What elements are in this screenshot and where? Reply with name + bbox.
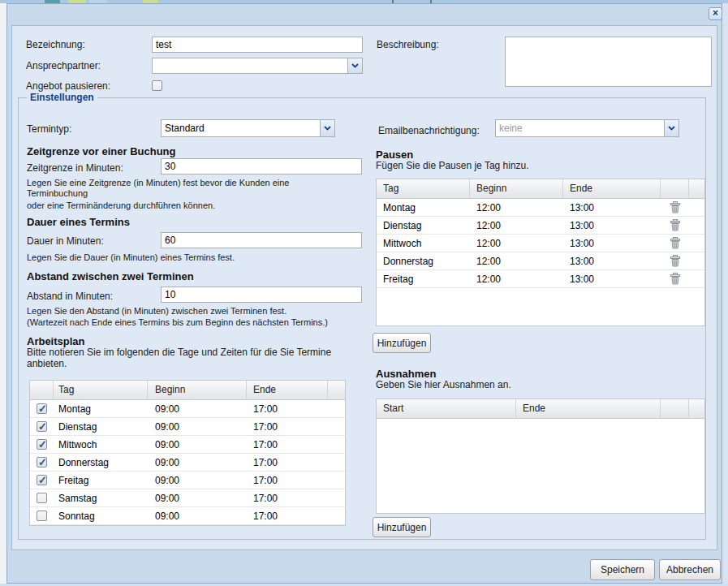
day-checkbox[interactable] [37,439,47,450]
begin-cell[interactable]: 09:00 [148,457,247,468]
angebot-pausieren-label: Angebot pausieren: [26,80,110,93]
begin-cell[interactable]: 09:00 [148,511,247,522]
close-icon[interactable]: × [709,7,722,20]
end-cell[interactable]: 17:00 [247,403,328,415]
table-row: Mittwoch 12:00 13:00 [377,235,704,252]
delete-pause-icon[interactable] [670,201,681,213]
end-cell[interactable]: 17:00 [247,475,328,486]
zeitgrenze-help-1: Legen Sie eine Zeitgrenze (in Minuten) f… [27,178,347,199]
emailbenachrichtigung-value: keine [496,120,664,136]
termintyp-select[interactable]: Standard [161,119,335,137]
dauer-heading: Dauer eines Termins [27,216,130,228]
day-checkbox[interactable] [37,475,47,485]
pausen-table: Tag Beginn Ende Montag 12:00 13:00 Diens… [376,179,705,326]
delete-pause-icon[interactable] [670,273,681,285]
ansprechpartner-label: Ansprechpartner: [26,59,101,72]
day-cell: Samstag [54,493,148,504]
end-cell[interactable]: 17:00 [247,421,328,433]
begin-cell[interactable]: 12:00 [470,238,563,249]
end-cell[interactable]: 13:00 [563,238,661,249]
day-checkbox[interactable] [37,511,47,521]
end-cell[interactable]: 13:00 [563,274,661,285]
arbeitsplan-heading: Arbeitsplan [27,335,85,347]
ausnahmen-table-header: Start Ende [377,399,704,419]
day-checkbox[interactable] [37,403,47,414]
column-header-ende[interactable]: Ende [247,381,328,399]
settings-dialog-window: × Bezeichnung: Ansprechpartner: Angebot … [6,3,722,584]
pausen-hinzufuegen-button[interactable]: Hinzufügen [373,333,431,353]
begin-cell[interactable]: 12:00 [470,220,563,231]
end-cell[interactable]: 17:00 [247,457,328,468]
table-row: Sonntag 09:00 17:00 [30,507,345,525]
pausen-table-header: Tag Beginn Ende [377,179,704,199]
begin-cell[interactable]: 12:00 [470,202,563,213]
angebot-pausieren-checkbox[interactable] [152,80,162,91]
end-cell[interactable]: 17:00 [247,511,328,522]
beschreibung-label: Beschreibung: [377,38,439,51]
arbeitsplan-description: Bitte notieren Sie im folgenden die Tage… [27,347,360,369]
zeitgrenze-input[interactable] [161,158,362,175]
day-cell: Mittwoch [54,439,148,450]
begin-cell[interactable]: 09:00 [148,475,247,486]
end-cell[interactable]: 17:00 [247,493,328,504]
speichern-button[interactable]: Speichern [590,559,655,580]
end-cell[interactable]: 13:00 [563,256,661,267]
day-cell: Freitag [377,274,470,285]
column-header-ende[interactable]: Ende [563,179,661,198]
column-header-beginn[interactable]: Beginn [470,179,563,198]
ausnahmen-hinzufuegen-button[interactable]: Hinzufügen [373,517,431,537]
column-header-start[interactable]: Start [377,399,516,418]
column-header-ende[interactable]: Ende [516,399,661,418]
delete-pause-icon[interactable] [670,255,681,267]
dauer-help: Legen Sie die Dauer (in Minuten) eines T… [27,252,408,263]
dauer-input[interactable] [161,232,362,248]
delete-pause-icon[interactable] [670,219,681,231]
column-header-tag[interactable]: Tag [54,381,148,399]
begin-cell[interactable]: 09:00 [148,421,247,433]
end-cell[interactable]: 13:00 [563,220,661,231]
day-cell: Donnerstag [54,457,148,468]
abbrechen-button[interactable]: Abbrechen [659,559,721,580]
arbeitsplan-table: Tag Beginn Ende Montag 09:00 17:00 Diens… [29,380,346,526]
ansprechpartner-select[interactable] [152,58,363,74]
day-checkbox[interactable] [37,457,47,468]
abstand-heading: Abstand zwischen zwei Terminen [27,270,194,282]
chevron-down-icon[interactable] [320,120,334,136]
day-checkbox[interactable] [37,493,47,503]
pausen-description: Fügen Sie die Pausen je Tag hinzu. [376,161,529,171]
chevron-down-icon[interactable] [664,120,678,136]
day-cell: Dienstag [54,421,148,433]
table-row: Dienstag 09:00 17:00 [30,418,345,436]
end-cell[interactable]: 17:00 [247,439,328,450]
begin-cell[interactable]: 12:00 [470,274,563,285]
day-cell: Montag [377,202,470,213]
abstand-label: Abstand in Minuten: [27,290,113,303]
einstellungen-legend: Einstellungen [27,92,97,104]
begin-cell[interactable]: 09:00 [148,493,247,504]
background-page-right-edge [722,3,728,584]
table-row: Montag 12:00 13:00 [377,199,704,217]
abstand-input[interactable] [161,287,362,303]
begin-cell[interactable]: 09:00 [148,439,247,450]
begin-cell[interactable]: 09:00 [148,403,247,415]
dauer-label: Dauer in Minuten: [27,235,104,248]
delete-pause-icon[interactable] [670,237,681,249]
column-header-beginn[interactable]: Beginn [148,381,247,399]
begin-cell[interactable]: 12:00 [470,256,563,267]
day-checkbox[interactable] [37,421,47,432]
end-cell[interactable]: 13:00 [563,202,661,213]
zeitgrenze-label: Zeitgrenze in Minuten: [27,162,123,175]
chevron-down-icon[interactable] [347,58,362,73]
table-row: Mittwoch 09:00 17:00 [30,436,345,454]
abstand-help-1: Legen Sie den Abstand (in Minuten) zwisc… [27,306,408,317]
emailbenachrichtigung-select[interactable]: keine [495,119,679,137]
beschreibung-textarea[interactable] [505,37,712,87]
bezeichnung-input[interactable] [152,37,363,53]
table-row: Donnerstag 12:00 13:00 [377,252,704,270]
column-header-tag[interactable]: Tag [377,179,470,198]
zeitgrenze-heading: Zeitgrenze vor einer Buchung [27,145,175,157]
day-cell: Dienstag [377,220,470,231]
ausnahmen-table: Start Ende [376,399,705,514]
abstand-help-2: (Wartezeit nach Ende eines Termins bis z… [27,317,408,328]
ausnahmen-description: Geben Sie hier Ausnahmen an. [376,380,511,390]
